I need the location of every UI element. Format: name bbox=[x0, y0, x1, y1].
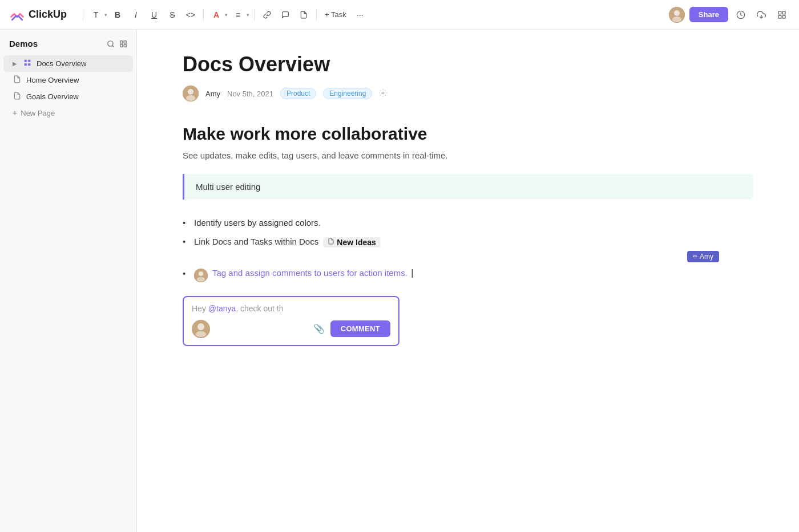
comment-toolbar-button[interactable] bbox=[277, 7, 293, 23]
svg-rect-13 bbox=[120, 44, 123, 47]
italic-button[interactable]: I bbox=[128, 7, 144, 23]
svg-rect-5 bbox=[778, 11, 781, 14]
sidebar: Demos ▶ Docs Overview Home Overview bbox=[0, 30, 137, 532]
sidebar-item-home-overview[interactable]: Home Overview bbox=[3, 72, 133, 88]
align-button[interactable]: ≡ bbox=[230, 7, 246, 23]
link-button[interactable] bbox=[259, 7, 275, 23]
color-button[interactable]: A bbox=[208, 7, 224, 23]
sidebar-item-grid-icon bbox=[23, 59, 32, 68]
svg-rect-16 bbox=[28, 60, 30, 62]
doc-date: Nov 5th, 2021 bbox=[227, 90, 273, 98]
share-button[interactable]: Share bbox=[689, 7, 728, 22]
sidebar-item-arrow: ▶ bbox=[13, 60, 17, 67]
text-format-group: T ▾ bbox=[88, 7, 107, 23]
doc-title: Docs Overview bbox=[183, 52, 753, 76]
sidebar-item-doc-icon-1 bbox=[13, 75, 22, 85]
attach-icon[interactable]: 📎 bbox=[313, 323, 325, 334]
blockquote: Multi user editing bbox=[183, 174, 753, 200]
align-arrow: ▾ bbox=[247, 12, 249, 18]
new-page-plus-icon: + bbox=[13, 108, 17, 117]
search-icon[interactable] bbox=[107, 40, 115, 48]
author-avatar bbox=[183, 86, 199, 101]
bullet-link-text[interactable]: Tag and assign comments to users for act… bbox=[212, 268, 407, 278]
svg-rect-15 bbox=[25, 60, 27, 62]
toolbar-divider-4 bbox=[316, 9, 317, 21]
svg-point-27 bbox=[197, 323, 204, 330]
sidebar-item-doc-icon-2 bbox=[13, 92, 22, 101]
doc-content: Docs Overview Amy Nov 5th, 2021 Product … bbox=[137, 30, 799, 532]
bullet-list: Identify users by assigned colors. Link … bbox=[183, 213, 753, 252]
svg-point-28 bbox=[196, 331, 206, 337]
sidebar-item-label-docs-overview: Docs Overview bbox=[37, 59, 86, 68]
tag-product[interactable]: Product bbox=[280, 88, 316, 99]
workspace-name: Demos bbox=[9, 39, 38, 48]
doc-author: Amy bbox=[205, 90, 220, 98]
bullet-link-container: Tag and assign comments to users for act… bbox=[212, 268, 753, 278]
svg-point-21 bbox=[186, 95, 195, 101]
color-format-group: A ▾ bbox=[208, 7, 228, 23]
color-arrow: ▾ bbox=[225, 12, 228, 18]
code-button[interactable]: <> bbox=[183, 7, 199, 23]
doc-chip[interactable]: New Ideas bbox=[323, 237, 380, 247]
toolbar-divider-3 bbox=[254, 9, 255, 21]
add-task-button[interactable]: + Task bbox=[321, 7, 350, 23]
sidebar-item-label-home-overview: Home Overview bbox=[26, 76, 79, 84]
svg-point-22 bbox=[382, 92, 385, 94]
comment-button[interactable]: COMMENT bbox=[330, 320, 390, 337]
user-avatar bbox=[669, 7, 685, 23]
text-button[interactable]: T bbox=[88, 7, 104, 23]
svg-point-2 bbox=[672, 17, 681, 22]
pencil-icon: ✏ bbox=[693, 253, 697, 259]
bullet-item-link: • Tag and assign comments to users for a… bbox=[183, 263, 753, 287]
text-arrow: ▾ bbox=[104, 12, 107, 18]
svg-rect-7 bbox=[778, 15, 781, 18]
cursor-indicator: | bbox=[411, 268, 413, 278]
sidebar-item-docs-overview[interactable]: ▶ Docs Overview bbox=[3, 55, 133, 72]
meta-settings-icon[interactable] bbox=[379, 89, 387, 99]
strikethrough-button[interactable]: S bbox=[164, 7, 180, 23]
app-name: ClickUp bbox=[29, 9, 67, 21]
new-page-item[interactable]: + New Page bbox=[3, 105, 133, 121]
comment-footer: 📎 COMMENT bbox=[192, 320, 390, 338]
svg-point-1 bbox=[674, 10, 680, 16]
amy-tooltip: ✏ Amy bbox=[687, 251, 719, 262]
svg-rect-6 bbox=[782, 11, 785, 14]
svg-point-9 bbox=[108, 40, 113, 46]
toolbar-right: Share bbox=[669, 7, 790, 23]
layout-button[interactable] bbox=[774, 7, 790, 23]
svg-rect-12 bbox=[124, 40, 126, 43]
svg-point-24 bbox=[199, 271, 203, 276]
doc-toolbar-button[interactable] bbox=[296, 7, 312, 23]
underline-button[interactable]: U bbox=[146, 7, 162, 23]
history-button[interactable] bbox=[733, 7, 749, 23]
commenter-avatar bbox=[192, 320, 210, 338]
comment-box: Hey @tanya, check out th 📎 COMMENT bbox=[183, 296, 400, 346]
bold-button[interactable]: B bbox=[110, 7, 126, 23]
doc-meta: Amy Nov 5th, 2021 Product Engineering bbox=[183, 86, 753, 101]
align-format-group: ≡ ▾ bbox=[230, 7, 249, 23]
section-subtitle: See updates, make edits, tag users, and … bbox=[183, 151, 753, 160]
doc-chip-label: New Ideas bbox=[337, 238, 376, 247]
sidebar-item-label-goals-overview: Goals Overview bbox=[26, 92, 79, 101]
export-button[interactable] bbox=[753, 7, 769, 23]
more-button[interactable]: ··· bbox=[352, 7, 368, 23]
sidebar-item-goals-overview[interactable]: Goals Overview bbox=[3, 88, 133, 105]
svg-rect-17 bbox=[25, 63, 27, 66]
toolbar-divider-1 bbox=[83, 9, 83, 21]
sidebar-header: Demos bbox=[0, 36, 136, 55]
amy-tooltip-label: Amy bbox=[700, 253, 713, 261]
section-heading: Make work more collaborative bbox=[183, 124, 753, 144]
toolbar-divider-2 bbox=[203, 9, 204, 21]
doc-chip-icon bbox=[328, 238, 334, 246]
bullet-item-1: Identify users by assigned colors. bbox=[183, 213, 753, 232]
layout-toggle-icon[interactable] bbox=[119, 40, 127, 48]
toolbar: ClickUp T ▾ B I U S <> A ▾ ≡ ▾ + Task ··… bbox=[0, 0, 799, 30]
svg-point-20 bbox=[188, 89, 193, 95]
sidebar-header-icons bbox=[107, 40, 127, 48]
comment-input-display: Hey @tanya, check out th bbox=[192, 304, 390, 313]
tag-engineering[interactable]: Engineering bbox=[323, 88, 372, 99]
svg-point-25 bbox=[197, 277, 205, 282]
main-layout: Demos ▶ Docs Overview Home Overview bbox=[0, 30, 799, 532]
mention-text: @tanya bbox=[208, 304, 236, 313]
bullet-item-2: Link Docs and Tasks within Docs New Idea… bbox=[183, 232, 753, 252]
